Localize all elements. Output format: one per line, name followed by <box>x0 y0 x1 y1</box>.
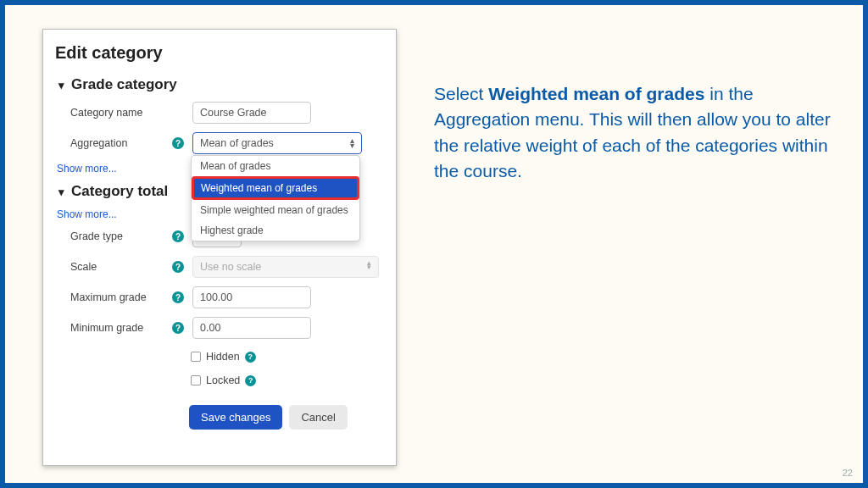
cancel-button[interactable]: Cancel <box>289 405 347 430</box>
aggregation-row: Aggregation ? Mean of grades ▴▾ Mean of … <box>70 132 384 154</box>
aggregation-label: Aggregation <box>70 137 172 149</box>
grade-type-label: Grade type <box>70 230 172 242</box>
help-icon[interactable]: ? <box>245 375 256 386</box>
max-grade-label: Maximum grade <box>70 291 172 303</box>
scale-label: Scale <box>70 261 172 273</box>
category-name-label: Category name <box>70 107 172 119</box>
help-icon[interactable]: ? <box>172 322 184 334</box>
min-grade-row: Minimum grade ? 0.00 <box>70 317 384 339</box>
page-number: 22 <box>843 468 853 478</box>
scale-row: Scale ? Use no scale ▴▾ <box>70 256 384 278</box>
help-icon[interactable]: ? <box>172 230 184 242</box>
edit-category-panel: Edit category ▾ Grade category Category … <box>42 29 397 466</box>
slide: Edit category ▾ Grade category Category … <box>0 0 868 488</box>
option-highest[interactable]: Highest grade <box>192 220 359 241</box>
option-simple-weighted[interactable]: Simple weighted mean of grades <box>192 200 359 220</box>
section-label: Grade category <box>71 76 177 93</box>
section-grade-category[interactable]: ▾ Grade category <box>58 76 384 93</box>
locked-row: Locked ? <box>191 374 384 386</box>
chevron-down-icon: ▾ <box>58 186 64 198</box>
sort-icon: ▴▾ <box>367 261 371 273</box>
scale-select: Use no scale ▴▾ <box>192 256 379 278</box>
locked-checkbox[interactable] <box>191 375 201 385</box>
category-name-input[interactable]: Course Grade <box>192 102 311 124</box>
help-icon[interactable]: ? <box>245 352 256 363</box>
help-icon[interactable]: ? <box>172 291 184 303</box>
hidden-label: Hidden <box>206 351 240 363</box>
panel-title: Edit category <box>55 43 384 63</box>
save-button[interactable]: Save changes <box>189 405 282 430</box>
instruction-bold: Weighted mean of grades <box>488 84 704 103</box>
scale-value: Use no scale <box>200 261 261 273</box>
section-label: Category total <box>71 183 168 200</box>
category-name-row: Category name Course Grade <box>70 102 384 124</box>
button-row: Save changes Cancel <box>189 405 384 430</box>
max-grade-input[interactable]: 100.00 <box>192 286 311 308</box>
hidden-checkbox[interactable] <box>191 352 201 362</box>
aggregation-value: Mean of grades <box>200 137 274 149</box>
aggregation-select[interactable]: Mean of grades ▴▾ Mean of grades Weighte… <box>192 132 362 154</box>
hidden-row: Hidden ? <box>191 351 384 363</box>
min-grade-label: Minimum grade <box>70 322 172 334</box>
option-weighted-mean[interactable]: Weighted mean of grades <box>192 176 359 200</box>
max-grade-row: Maximum grade ? 100.00 <box>70 286 384 308</box>
chevron-down-icon: ▾ <box>58 79 64 92</box>
min-grade-input[interactable]: 0.00 <box>192 317 311 339</box>
spacer <box>172 107 184 119</box>
help-icon[interactable]: ? <box>172 137 184 149</box>
sort-icon: ▴▾ <box>350 138 354 148</box>
option-mean[interactable]: Mean of grades <box>192 156 359 176</box>
instruction-pre: Select <box>434 84 488 103</box>
locked-label: Locked <box>206 374 240 386</box>
aggregation-dropdown: Mean of grades Weighted mean of grades S… <box>191 155 360 241</box>
help-icon[interactable]: ? <box>172 261 184 273</box>
instruction-text: Select Weighted mean of grades in the Ag… <box>434 81 841 185</box>
